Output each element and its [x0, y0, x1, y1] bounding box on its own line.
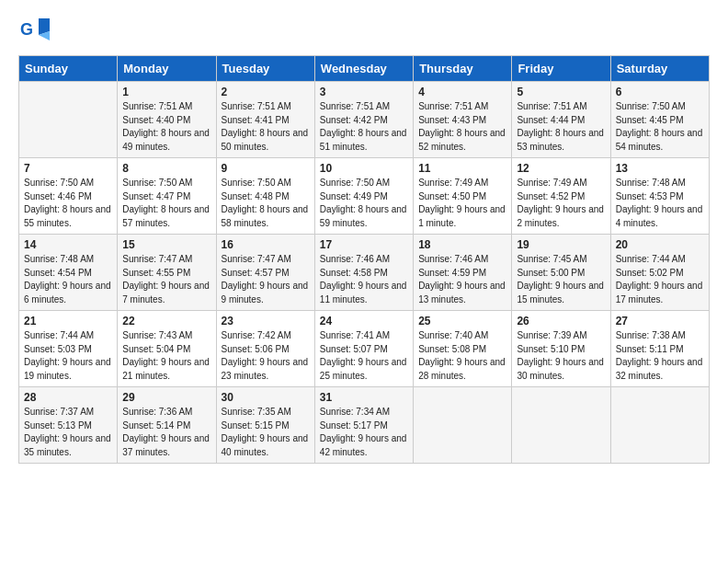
sunrise: Sunrise: 7:39 AM — [517, 330, 586, 340]
day-detail: Sunrise: 7:50 AM Sunset: 4:46 PM Dayligh… — [24, 177, 112, 230]
day-detail: Sunrise: 7:47 AM Sunset: 4:55 PM Dayligh… — [122, 253, 210, 306]
day-number: 27 — [616, 315, 704, 327]
day-number: 14 — [24, 238, 112, 251]
daylight: Daylight: 9 hours and 23 minutes. — [222, 357, 309, 381]
calendar-table: SundayMondayTuesdayWednesdayThursdayFrid… — [18, 55, 710, 464]
col-header-saturday: Saturday — [610, 56, 709, 82]
sunset: Sunset: 4:44 PM — [517, 115, 585, 125]
sunrise: Sunrise: 7:51 AM — [122, 101, 192, 111]
sunrise: Sunrise: 7:43 AM — [122, 330, 192, 340]
sunrise: Sunrise: 7:51 AM — [517, 101, 586, 111]
day-cell: 25 Sunrise: 7:40 AM Sunset: 5:08 PM Dayl… — [414, 311, 512, 387]
sunset: Sunset: 5:03 PM — [24, 344, 92, 354]
day-cell: 9 Sunrise: 7:50 AM Sunset: 4:48 PM Dayli… — [216, 158, 314, 235]
sunrise: Sunrise: 7:50 AM — [24, 178, 94, 188]
day-number: 29 — [122, 391, 210, 404]
day-cell: 27 Sunrise: 7:38 AM Sunset: 5:11 PM Dayl… — [610, 311, 709, 387]
day-detail: Sunrise: 7:36 AM Sunset: 5:14 PM Dayligh… — [122, 406, 210, 459]
day-cell — [610, 387, 709, 464]
day-number: 30 — [222, 391, 310, 404]
day-number: 23 — [222, 315, 310, 327]
daylight: Daylight: 9 hours and 15 minutes. — [517, 281, 604, 304]
day-number: 18 — [418, 238, 506, 251]
daylight: Daylight: 8 hours and 49 minutes. — [122, 128, 210, 152]
day-number: 4 — [418, 86, 506, 98]
sunrise: Sunrise: 7:48 AM — [616, 178, 686, 188]
day-detail: Sunrise: 7:40 AM Sunset: 5:08 PM Dayligh… — [418, 329, 506, 383]
day-cell: 30 Sunrise: 7:35 AM Sunset: 5:15 PM Dayl… — [216, 387, 314, 464]
logo: G — [18, 15, 51, 46]
sunrise: Sunrise: 7:50 AM — [122, 178, 192, 188]
day-cell: 11 Sunrise: 7:49 AM Sunset: 4:50 PM Dayl… — [414, 158, 512, 235]
daylight: Daylight: 8 hours and 51 minutes. — [320, 128, 407, 152]
daylight: Daylight: 8 hours and 55 minutes. — [24, 204, 111, 228]
day-number: 12 — [517, 162, 605, 175]
day-cell: 12 Sunrise: 7:49 AM Sunset: 4:52 PM Dayl… — [512, 158, 610, 235]
day-cell: 22 Sunrise: 7:43 AM Sunset: 5:04 PM Dayl… — [118, 311, 216, 387]
sunrise: Sunrise: 7:44 AM — [24, 330, 94, 340]
day-detail: Sunrise: 7:38 AM Sunset: 5:11 PM Dayligh… — [616, 329, 704, 383]
day-number: 19 — [517, 238, 605, 251]
day-cell: 24 Sunrise: 7:41 AM Sunset: 5:07 PM Dayl… — [314, 311, 413, 387]
sunrise: Sunrise: 7:49 AM — [517, 178, 586, 188]
sunset: Sunset: 4:52 PM — [517, 191, 585, 201]
daylight: Daylight: 8 hours and 52 minutes. — [418, 128, 506, 152]
sunset: Sunset: 5:06 PM — [222, 344, 290, 354]
daylight: Daylight: 9 hours and 2 minutes. — [517, 204, 604, 228]
daylight: Daylight: 9 hours and 25 minutes. — [320, 357, 407, 381]
daylight: Daylight: 9 hours and 32 minutes. — [616, 357, 703, 381]
day-detail: Sunrise: 7:35 AM Sunset: 5:15 PM Dayligh… — [222, 406, 310, 459]
day-cell: 15 Sunrise: 7:47 AM Sunset: 4:55 PM Dayl… — [118, 235, 216, 311]
sunrise: Sunrise: 7:50 AM — [222, 178, 291, 188]
sunset: Sunset: 5:13 PM — [24, 420, 92, 431]
day-detail: Sunrise: 7:41 AM Sunset: 5:07 PM Dayligh… — [320, 329, 408, 383]
sunrise: Sunrise: 7:51 AM — [320, 101, 390, 111]
day-cell: 16 Sunrise: 7:47 AM Sunset: 4:57 PM Dayl… — [216, 235, 314, 311]
sunrise: Sunrise: 7:50 AM — [616, 101, 686, 111]
sunset: Sunset: 4:54 PM — [24, 268, 92, 278]
sunrise: Sunrise: 7:51 AM — [222, 101, 291, 111]
header-row: SundayMondayTuesdayWednesdayThursdayFrid… — [19, 56, 710, 82]
sunrise: Sunrise: 7:34 AM — [320, 407, 390, 417]
day-number: 28 — [24, 391, 112, 404]
day-cell — [512, 387, 610, 464]
sunrise: Sunrise: 7:40 AM — [418, 330, 488, 340]
day-number: 3 — [320, 86, 408, 98]
day-cell: 4 Sunrise: 7:51 AM Sunset: 4:43 PM Dayli… — [414, 82, 512, 158]
day-detail: Sunrise: 7:43 AM Sunset: 5:04 PM Dayligh… — [122, 329, 210, 383]
sunset: Sunset: 4:47 PM — [122, 191, 190, 201]
week-row-3: 14 Sunrise: 7:48 AM Sunset: 4:54 PM Dayl… — [19, 235, 710, 311]
day-detail: Sunrise: 7:45 AM Sunset: 5:00 PM Dayligh… — [517, 253, 605, 306]
day-cell — [19, 82, 118, 158]
day-number: 11 — [418, 162, 506, 175]
day-detail: Sunrise: 7:48 AM Sunset: 4:54 PM Dayligh… — [24, 253, 112, 306]
week-row-1: 1 Sunrise: 7:51 AM Sunset: 4:40 PM Dayli… — [19, 82, 710, 158]
day-number: 9 — [222, 162, 310, 175]
day-cell: 26 Sunrise: 7:39 AM Sunset: 5:10 PM Dayl… — [512, 311, 610, 387]
day-detail: Sunrise: 7:46 AM Sunset: 4:59 PM Dayligh… — [418, 253, 506, 306]
day-cell: 18 Sunrise: 7:46 AM Sunset: 4:59 PM Dayl… — [414, 235, 512, 311]
day-detail: Sunrise: 7:51 AM Sunset: 4:43 PM Dayligh… — [418, 100, 506, 154]
day-cell: 13 Sunrise: 7:48 AM Sunset: 4:53 PM Dayl… — [610, 158, 709, 235]
sunrise: Sunrise: 7:37 AM — [24, 407, 94, 417]
col-header-sunday: Sunday — [19, 56, 118, 82]
day-detail: Sunrise: 7:46 AM Sunset: 4:58 PM Dayligh… — [320, 253, 408, 306]
day-cell: 23 Sunrise: 7:42 AM Sunset: 5:06 PM Dayl… — [216, 311, 314, 387]
svg-text:G: G — [20, 20, 33, 39]
col-header-thursday: Thursday — [414, 56, 512, 82]
sunrise: Sunrise: 7:50 AM — [320, 178, 390, 188]
daylight: Daylight: 8 hours and 54 minutes. — [616, 128, 703, 152]
sunset: Sunset: 4:58 PM — [320, 268, 388, 278]
sunrise: Sunrise: 7:45 AM — [517, 254, 586, 264]
day-cell: 7 Sunrise: 7:50 AM Sunset: 4:46 PM Dayli… — [19, 158, 118, 235]
sunset: Sunset: 5:00 PM — [517, 268, 585, 278]
sunset: Sunset: 5:10 PM — [517, 344, 585, 354]
day-number: 5 — [517, 86, 605, 98]
sunset: Sunset: 4:43 PM — [418, 115, 486, 125]
sunset: Sunset: 5:04 PM — [122, 344, 190, 354]
day-cell: 31 Sunrise: 7:34 AM Sunset: 5:17 PM Dayl… — [314, 387, 413, 464]
day-number: 15 — [122, 238, 210, 251]
daylight: Daylight: 9 hours and 28 minutes. — [418, 357, 506, 381]
day-number: 26 — [517, 315, 605, 327]
sunrise: Sunrise: 7:48 AM — [24, 254, 94, 264]
